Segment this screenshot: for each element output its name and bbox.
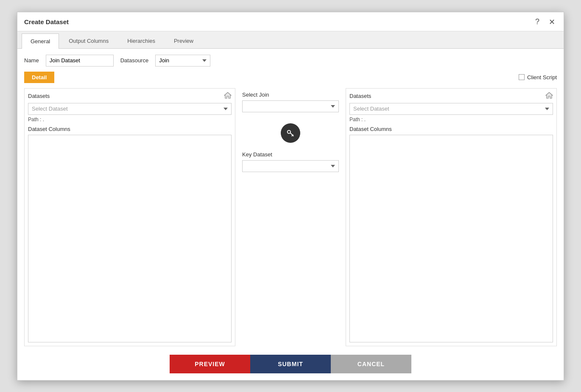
right-panel-header: Datasets bbox=[349, 92, 553, 100]
svg-line-3 bbox=[292, 135, 293, 136]
client-script-row: Client Script bbox=[519, 74, 557, 81]
key-icon-container bbox=[242, 123, 339, 143]
right-panel: Datasets Select Dataset Path : . Dataset… bbox=[346, 88, 557, 346]
left-dataset-select[interactable]: Select Dataset bbox=[28, 103, 232, 115]
select-join-section: Select Join bbox=[242, 92, 339, 112]
main-content: Name Datasource Join Query CSV JSON Deta… bbox=[17, 49, 564, 346]
right-home-icon[interactable] bbox=[545, 92, 553, 100]
svg-point-0 bbox=[288, 130, 290, 133]
left-path-row: Path : . bbox=[28, 117, 232, 122]
three-col-layout: Datasets Select Dataset Path : . Dataset… bbox=[24, 88, 557, 346]
right-dataset-select[interactable]: Select Dataset bbox=[349, 103, 553, 115]
select-join-dropdown[interactable] bbox=[242, 100, 339, 112]
right-columns-label: Dataset Columns bbox=[349, 126, 553, 132]
client-script-checkbox[interactable] bbox=[519, 74, 525, 80]
svg-line-2 bbox=[293, 134, 293, 135]
dialog-header: Create Dataset ? ✕ bbox=[17, 12, 564, 31]
datasource-select[interactable]: Join Query CSV JSON bbox=[155, 55, 210, 67]
right-path-row: Path : . bbox=[349, 117, 553, 122]
cancel-button[interactable]: CANCEL bbox=[331, 355, 411, 373]
detail-header-row: Detail Client Script bbox=[24, 72, 557, 83]
left-home-icon[interactable] bbox=[224, 92, 232, 100]
select-join-label: Select Join bbox=[242, 92, 339, 98]
tab-preview[interactable]: Preview bbox=[165, 33, 202, 48]
help-button[interactable]: ? bbox=[534, 17, 541, 27]
name-label: Name bbox=[24, 57, 39, 64]
middle-panel: Select Join bbox=[235, 88, 346, 346]
left-columns-label: Dataset Columns bbox=[28, 126, 232, 132]
submit-button[interactable]: SUBMIT bbox=[250, 355, 331, 373]
footer-buttons: PREVIEW SUBMIT CANCEL bbox=[17, 346, 564, 380]
client-script-label: Client Script bbox=[527, 74, 557, 81]
name-input[interactable] bbox=[46, 55, 114, 67]
left-columns-box bbox=[28, 135, 232, 342]
dialog-title: Create Dataset bbox=[24, 18, 69, 25]
header-icons: ? ✕ bbox=[534, 17, 557, 28]
tab-general[interactable]: General bbox=[22, 33, 59, 49]
left-panel-header: Datasets bbox=[28, 92, 232, 100]
left-panel: Datasets Select Dataset Path : . Dataset… bbox=[24, 88, 235, 346]
tabs-row: General Output Columns Hierarchies Previ… bbox=[17, 31, 564, 49]
close-button[interactable]: ✕ bbox=[547, 17, 557, 28]
right-panel-title: Datasets bbox=[349, 93, 371, 99]
detail-button[interactable]: Detail bbox=[24, 72, 54, 83]
create-dataset-dialog: Create Dataset ? ✕ General Output Column… bbox=[17, 12, 564, 381]
key-icon-circle bbox=[281, 123, 300, 143]
tab-output-columns[interactable]: Output Columns bbox=[60, 33, 117, 48]
tab-hierarchies[interactable]: Hierarchies bbox=[118, 33, 164, 48]
name-datasource-row: Name Datasource Join Query CSV JSON bbox=[24, 55, 557, 67]
key-dataset-dropdown[interactable] bbox=[242, 160, 339, 172]
right-columns-box bbox=[349, 135, 553, 342]
key-dataset-label: Key Dataset bbox=[242, 151, 339, 158]
datasource-label: Datasource bbox=[120, 57, 148, 64]
preview-button[interactable]: PREVIEW bbox=[170, 355, 250, 373]
key-dataset-section: Key Dataset bbox=[242, 151, 339, 172]
left-panel-title: Datasets bbox=[28, 93, 50, 99]
